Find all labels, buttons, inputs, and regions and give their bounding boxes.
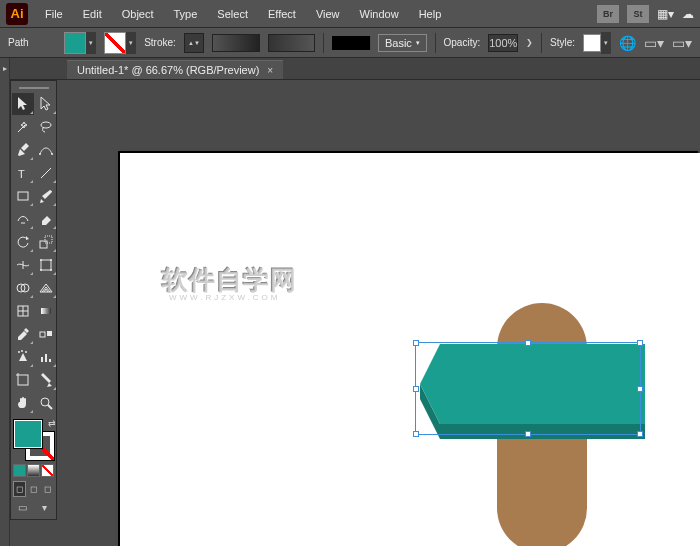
svg-point-13 — [50, 269, 52, 271]
document-tab[interactable]: Untitled-1* @ 66.67% (RGB/Preview) × — [67, 60, 283, 79]
screen-mode-arrow-icon[interactable]: ▾ — [34, 499, 55, 515]
direct-selection-tool[interactable] — [35, 93, 57, 115]
artboard-tool[interactable] — [12, 369, 34, 391]
draw-normal[interactable]: ◻ — [13, 481, 26, 497]
zoom-tool[interactable] — [35, 392, 57, 414]
free-transform-tool[interactable] — [35, 254, 57, 276]
menu-help[interactable]: Help — [410, 4, 451, 24]
svg-rect-19 — [41, 308, 51, 314]
opacity-field[interactable]: 100% — [488, 34, 518, 52]
stock-icon[interactable]: St — [627, 5, 649, 23]
menu-bar: Ai File Edit Object Type Select Effect V… — [0, 0, 700, 28]
menu-window[interactable]: Window — [351, 4, 408, 24]
draw-inside[interactable]: ◻ — [41, 481, 54, 497]
swap-fill-stroke-icon[interactable]: ⇄ — [48, 418, 56, 428]
sel-handle-bm[interactable] — [525, 431, 531, 437]
line-tool[interactable] — [35, 162, 57, 184]
gradient-preview[interactable] — [268, 34, 316, 52]
rotate-tool[interactable] — [12, 231, 34, 253]
width-tool[interactable] — [12, 254, 34, 276]
menu-file[interactable]: File — [36, 4, 72, 24]
symbol-sprayer-tool[interactable] — [12, 346, 34, 368]
draw-behind[interactable]: ◻ — [27, 481, 40, 497]
color-mode-gradient[interactable] — [27, 464, 40, 477]
fill-swatch[interactable]: ▾ — [64, 32, 96, 54]
sel-handle-ml[interactable] — [413, 386, 419, 392]
eyedropper-tool[interactable] — [12, 323, 34, 345]
menu-edit[interactable]: Edit — [74, 4, 111, 24]
align-icon[interactable]: ▭▾ — [644, 35, 664, 51]
style-swatch[interactable]: ▾ — [583, 32, 611, 54]
rectangle-tool[interactable] — [12, 185, 34, 207]
fill-color-icon[interactable] — [14, 420, 42, 448]
svg-rect-6 — [40, 241, 47, 248]
brush-definition[interactable] — [332, 36, 370, 50]
screen-mode-row: ▭ ▾ — [12, 499, 55, 515]
var-width-profile[interactable] — [212, 34, 260, 52]
selection-bounding-box[interactable] — [415, 342, 641, 435]
opacity-arrow-icon[interactable]: ❯ — [526, 38, 533, 47]
sync-icon[interactable]: ☁ — [682, 7, 694, 21]
style-label: Style: — [550, 37, 575, 48]
selection-tool[interactable] — [12, 93, 34, 115]
paintbrush-tool[interactable] — [35, 185, 57, 207]
panel-grip[interactable] — [12, 83, 55, 93]
eraser-tool[interactable] — [35, 208, 57, 230]
menu-type[interactable]: Type — [165, 4, 207, 24]
menu-select[interactable]: Select — [208, 4, 257, 24]
shape-builder-tool[interactable] — [12, 277, 34, 299]
svg-rect-25 — [41, 357, 43, 362]
sel-handle-tr[interactable] — [637, 340, 643, 346]
brush-basic-button[interactable]: Basic▾ — [378, 34, 427, 52]
sel-handle-mr[interactable] — [637, 386, 643, 392]
svg-point-23 — [21, 350, 23, 352]
left-dock-gutter: ▸ — [0, 58, 10, 546]
color-mode-solid[interactable] — [13, 464, 26, 477]
mesh-tool[interactable] — [12, 300, 34, 322]
globe-icon[interactable]: 🌐 — [619, 35, 636, 51]
color-mode-none[interactable] — [41, 464, 54, 477]
menu-effect[interactable]: Effect — [259, 4, 305, 24]
curvature-tool[interactable] — [35, 139, 57, 161]
svg-point-2 — [51, 153, 53, 155]
sel-handle-tl[interactable] — [413, 340, 419, 346]
svg-point-31 — [41, 398, 49, 406]
stroke-weight-field[interactable]: ▲▼ — [184, 33, 204, 53]
arrange-docs-icon[interactable]: ▦▾ — [657, 7, 674, 21]
hand-tool[interactable] — [12, 392, 34, 414]
stroke-label: Stroke: — [144, 37, 176, 48]
menu-object[interactable]: Object — [113, 4, 163, 24]
svg-line-32 — [48, 405, 52, 409]
gradient-tool[interactable] — [35, 300, 57, 322]
color-mode-row — [12, 464, 55, 477]
tools-panel: T ⇄ ◻ ◻ ◻ ▭ ▾ — [10, 80, 57, 520]
svg-text:T: T — [18, 168, 25, 180]
scale-tool[interactable] — [35, 231, 57, 253]
sel-handle-bl[interactable] — [413, 431, 419, 437]
svg-rect-7 — [45, 236, 52, 243]
document-tab-bar: Untitled-1* @ 66.67% (RGB/Preview) × — [0, 58, 700, 80]
column-graph-tool[interactable] — [35, 346, 57, 368]
svg-point-10 — [40, 259, 42, 261]
sel-handle-tm[interactable] — [525, 340, 531, 346]
slice-tool[interactable] — [35, 369, 57, 391]
sel-handle-br[interactable] — [637, 431, 643, 437]
perspective-grid-tool[interactable] — [35, 277, 57, 299]
transform-icon[interactable]: ▭▾ — [672, 35, 692, 51]
bridge-icon[interactable]: Br — [597, 5, 619, 23]
menu-view[interactable]: View — [307, 4, 349, 24]
magic-wand-tool[interactable] — [12, 116, 34, 138]
tab-close-icon[interactable]: × — [267, 65, 273, 76]
screen-mode-button[interactable]: ▭ — [12, 499, 33, 515]
type-tool[interactable]: T — [12, 162, 34, 184]
dock-expand-icon[interactable]: ▸ — [0, 58, 10, 78]
fill-stroke-control[interactable]: ⇄ — [12, 418, 56, 462]
svg-point-22 — [18, 351, 20, 353]
blend-tool[interactable] — [35, 323, 57, 345]
svg-point-24 — [25, 351, 27, 353]
canvas-area[interactable]: 软件自学网 WWW.RJZXW.COM — [57, 80, 700, 546]
lasso-tool[interactable] — [35, 116, 57, 138]
shaper-tool[interactable] — [12, 208, 34, 230]
pen-tool[interactable] — [12, 139, 34, 161]
stroke-swatch[interactable]: ▾ — [104, 32, 136, 54]
